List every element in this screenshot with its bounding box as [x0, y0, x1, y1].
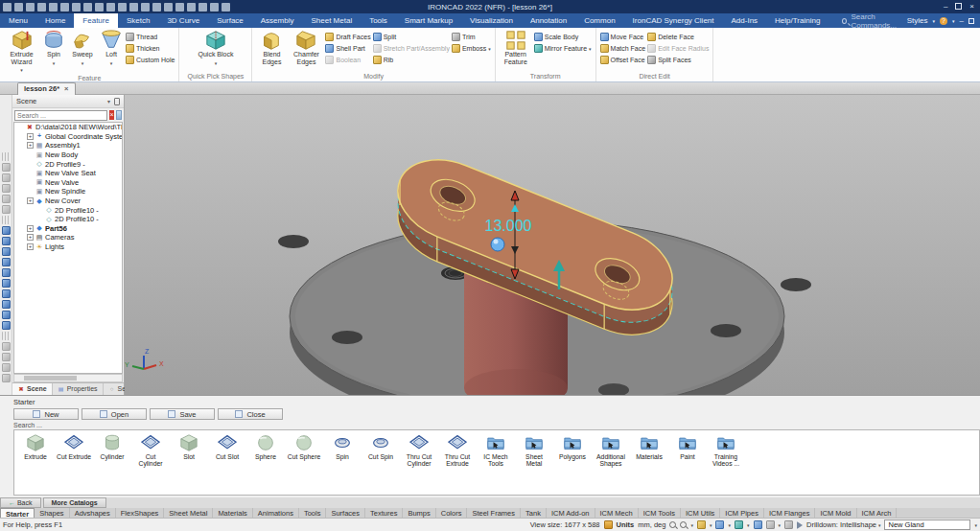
scene-tree-item[interactable]: Assembly1: [14, 141, 122, 150]
split-button[interactable]: Split: [373, 32, 450, 42]
pan-caret-icon[interactable]: [747, 520, 750, 529]
doc-restore-button[interactable]: [968, 18, 974, 24]
view-iso1-icon[interactable]: [2, 289, 11, 298]
scene-tree-item[interactable]: Part56: [14, 224, 122, 234]
catalog-button[interactable]: Save: [150, 408, 215, 420]
viewport-3d[interactable]: 13.000 Z X Y: [125, 95, 980, 395]
quick-block-button[interactable]: Quick Block: [198, 30, 233, 67]
scene-tree-item[interactable]: New Cover: [14, 196, 122, 206]
catalog-button[interactable]: Close: [218, 408, 283, 420]
dots[interactable]: [2, 216, 11, 224]
angle-icon[interactable]: [2, 374, 11, 382]
ribbon-tab[interactable]: IronCAD Synergy Client: [624, 13, 723, 28]
drilldown-selector[interactable]: Drilldown: Intellishape: [806, 520, 880, 529]
blend-edges-button[interactable]: Blend Edges: [256, 30, 287, 65]
refresh-view-icon[interactable]: [784, 520, 793, 529]
catalog-item[interactable]: Cut Sphere: [287, 434, 321, 460]
ribbon-tab[interactable]: Common: [575, 13, 623, 28]
play-icon[interactable]: [797, 521, 803, 529]
protractor-icon[interactable]: [2, 353, 11, 361]
measure-icon[interactable]: [2, 342, 11, 351]
catalog-item[interactable]: Sphere: [248, 434, 283, 460]
spin-button[interactable]: Spin: [41, 30, 66, 67]
copy-part-icon[interactable]: [2, 195, 11, 203]
view-iso2-icon[interactable]: [2, 300, 11, 309]
ribbon-tab[interactable]: Annotation: [522, 13, 575, 28]
catalog-item[interactable]: Paint: [670, 434, 705, 460]
scene-panel-tab[interactable]: Scene: [12, 383, 53, 395]
catalog-item[interactable]: Cut Slot: [210, 434, 245, 460]
delete-face-button[interactable]: Delete Face: [647, 32, 709, 42]
back-button[interactable]: Back: [0, 497, 41, 508]
catalog-item[interactable]: Cut Spin: [363, 434, 398, 460]
scene-tree-item[interactable]: Cameras: [14, 233, 122, 242]
ribbon-tab[interactable]: Visualization: [461, 13, 522, 28]
chamfer-edges-button[interactable]: Chamfer Edges: [289, 30, 323, 65]
help-icon[interactable]: ?: [940, 17, 947, 25]
shell-part-button[interactable]: Shell Part: [325, 43, 370, 54]
move-face-button[interactable]: Move Face: [600, 32, 646, 42]
ribbon-tab[interactable]: Tools: [361, 13, 396, 28]
rib-button[interactable]: Rib: [373, 55, 450, 65]
trim-button[interactable]: Trim: [452, 32, 491, 42]
clear-search-icon[interactable]: [109, 110, 114, 120]
ribbon-tab[interactable]: 3D Curve: [158, 13, 208, 28]
catalog-item[interactable]: Cut Cylinder: [133, 434, 168, 467]
sweep-button[interactable]: Sweep: [68, 30, 97, 67]
ribbon-tab[interactable]: Sheet Metal: [302, 13, 361, 28]
edit-face-radius-button[interactable]: Edit Face Radius: [647, 43, 709, 54]
tree-expander-icon[interactable]: [27, 133, 34, 140]
view-iso4-icon[interactable]: [2, 321, 11, 330]
catalog-item[interactable]: Cut Extrude: [57, 434, 91, 460]
filter-icon[interactable]: [116, 110, 122, 120]
catalog-item[interactable]: Polygons: [555, 434, 590, 460]
scene-tree-item[interactable]: 2D Profile10 -: [14, 205, 122, 215]
thicken-button[interactable]: Thicken: [126, 43, 175, 54]
zoom-caret-icon[interactable]: [690, 520, 693, 529]
tree-expander-icon[interactable]: [27, 234, 34, 241]
catalog-item[interactable]: Extrude: [18, 434, 53, 460]
draft-faces-button[interactable]: Draft Faces: [325, 32, 370, 42]
extrude-wizard-button[interactable]: Extrude Wizard: [4, 30, 39, 74]
catalog-item[interactable]: Sheet Metal: [517, 434, 551, 467]
split-faces-button[interactable]: Split Faces: [647, 55, 709, 65]
view-bottom-icon[interactable]: [2, 279, 11, 288]
scene-tree-item[interactable]: New Body: [14, 150, 122, 160]
paste-part-icon[interactable]: [2, 173, 11, 182]
catalog-button[interactable]: New: [13, 408, 79, 420]
command-search[interactable]: Search Commands...: [842, 13, 906, 28]
ribbon-tab[interactable]: Assembly: [252, 13, 303, 28]
restore-button[interactable]: [955, 3, 962, 10]
catalog-item[interactable]: Spin: [325, 434, 360, 460]
catalog-item[interactable]: Cylinder: [95, 434, 129, 460]
dots[interactable]: [2, 332, 11, 340]
catalog-button[interactable]: Open: [82, 408, 147, 420]
scene-search-input[interactable]: [14, 110, 107, 121]
tree-expander-icon[interactable]: [27, 142, 34, 149]
zoom-in-icon[interactable]: [669, 521, 676, 528]
thread-button[interactable]: Thread: [126, 32, 175, 42]
ruler-icon[interactable]: [2, 363, 11, 372]
ribbon-tab[interactable]: Sketch: [118, 13, 158, 28]
shading-mode-icon[interactable]: [697, 520, 706, 529]
pin-icon[interactable]: [114, 98, 120, 105]
selection-caret-icon[interactable]: [974, 520, 977, 529]
catalog-item[interactable]: IC Mech Tools: [478, 434, 513, 467]
ribbon-tab[interactable]: Menu: [0, 13, 36, 28]
document-tab[interactable]: lesson 26*: [17, 82, 76, 95]
catalog-item[interactable]: Thru Cut Cylinder: [402, 434, 436, 467]
scale-body-button[interactable]: Scale Body: [534, 32, 592, 42]
more-catalogs-button[interactable]: More Catalogs: [43, 497, 106, 508]
panel-menu-caret-icon[interactable]: [107, 97, 110, 105]
view-front-icon[interactable]: [2, 226, 11, 235]
display-caret-icon[interactable]: [779, 520, 782, 529]
display-settings-icon[interactable]: [766, 520, 775, 529]
stretch-part-assembly-button[interactable]: Stretch Part/Assembly: [373, 43, 450, 54]
catalog-item[interactable]: Materials: [632, 434, 666, 460]
catalog-item[interactable]: Training Videos ...: [709, 434, 743, 467]
view-cube-icon[interactable]: [715, 520, 724, 529]
view-back-icon[interactable]: [2, 237, 11, 245]
ribbon-tab[interactable]: Add-Ins: [723, 13, 767, 28]
catalog-item[interactable]: Thru Cut Extrude: [440, 434, 475, 467]
scene-tree-item[interactable]: Global Coordinate System: [14, 132, 122, 142]
